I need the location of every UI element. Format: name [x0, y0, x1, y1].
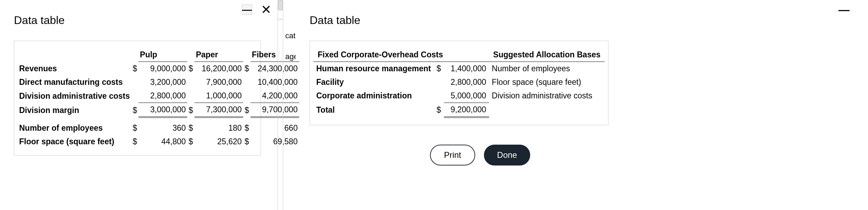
window-controls: — ✕: [242, 3, 271, 16]
scrollbar-thumb[interactable]: [278, 0, 283, 10]
cell-value: 2,800,000: [138, 89, 187, 103]
dialog-actions: Print Done: [372, 145, 588, 165]
row-label: Division margin: [18, 103, 131, 118]
currency-symbol: [131, 75, 138, 89]
table-row: Revenues$9,000,000$16,200,000$24,300,000: [18, 62, 299, 76]
left-table-card: Pulp Paper Fibers Revenues$9,000,000$16,…: [14, 41, 261, 156]
allocation-basis: Number of employees: [489, 62, 605, 76]
dialog-title: Data table: [310, 14, 838, 27]
col-header: Suggested Allocation Bases: [489, 48, 605, 62]
currency-symbol: $: [187, 103, 194, 118]
clipped-text: age: [285, 52, 296, 61]
table-row: Number of employees$360$180$660: [18, 121, 299, 135]
currency-symbol: [131, 89, 138, 103]
cell-value: 3,000,000: [138, 103, 187, 118]
currency-symbol: [243, 89, 250, 103]
currency-symbol: $: [131, 121, 138, 135]
dialog-title: Data table: [14, 14, 261, 27]
currency-symbol: $: [187, 135, 194, 148]
cell-value: 7,900,000: [194, 75, 243, 89]
currency-symbol: $: [243, 103, 250, 118]
currency-symbol: [434, 75, 444, 89]
col-header: Pulp: [138, 48, 187, 62]
table-header-row: Pulp Paper Fibers: [18, 48, 299, 62]
division-table: Pulp Paper Fibers Revenues$9,000,000$16,…: [18, 48, 299, 148]
cell-value: 16,200,000: [194, 62, 243, 76]
currency-symbol: $: [131, 103, 138, 118]
right-table-card: Fixed Corporate-Overhead Costs Suggested…: [310, 41, 608, 125]
overhead-table: Fixed Corporate-Overhead Costs Suggested…: [313, 48, 605, 118]
done-button[interactable]: Done: [484, 145, 530, 165]
cell-value: 44,800: [138, 135, 187, 148]
table-row: Direct manufacturing costs3,200,0007,900…: [18, 75, 299, 89]
table-row: Division administrative costs2,800,0001,…: [18, 89, 299, 103]
table-row: Total$9,200,000: [313, 103, 605, 118]
left-dialog: — ✕ Data table Pulp Paper Fibers Revenue…: [0, 0, 275, 210]
cell-value: 7,300,000: [194, 103, 243, 118]
allocation-basis: Division administrative costs: [489, 89, 605, 103]
currency-symbol: $: [187, 121, 194, 135]
allocation-basis: Floor space (square feet): [489, 75, 605, 89]
currency-symbol: $: [131, 135, 138, 148]
table-row: Floor space (square feet)$44,800$25,620$…: [18, 135, 299, 148]
cell-value: 1,000,000: [194, 89, 243, 103]
col-header: Paper: [194, 48, 243, 62]
currency-symbol: $: [131, 62, 138, 76]
row-label: Corporate administration: [313, 89, 434, 103]
row-label: Floor space (square feet): [18, 135, 131, 148]
currency-symbol: $: [434, 103, 444, 118]
table-row: Division margin$3,000,000$7,300,000$9,70…: [18, 103, 299, 118]
right-dialog: — Data table Fixed Corporate-Overhead Co…: [296, 0, 852, 210]
clipped-text: cat: [285, 31, 296, 40]
minimize-button[interactable]: —: [838, 3, 849, 16]
cell-value: 1,400,000: [444, 62, 489, 76]
row-label: Human resource management: [313, 62, 434, 76]
cell-value: 9,000,000: [138, 62, 187, 76]
close-icon[interactable]: ✕: [261, 3, 271, 16]
currency-symbol: $: [243, 121, 250, 135]
cell-value: 25,620: [194, 135, 243, 148]
drag-handle-icon[interactable]: • • •: [278, 17, 283, 21]
currency-symbol: $: [187, 62, 194, 76]
table-row: Facility2,800,000Floor space (square fee…: [313, 75, 605, 89]
pane-divider[interactable]: • • • cat age: [275, 0, 296, 210]
cell-value: 360: [138, 121, 187, 135]
currency-symbol: $: [434, 62, 444, 76]
table-row: Human resource management$1,400,000Numbe…: [313, 62, 605, 76]
minimize-button[interactable]: —: [242, 5, 252, 15]
cell-value: 5,000,000: [444, 89, 489, 103]
currency-symbol: [434, 89, 444, 103]
scrollbar-track[interactable]: [278, 0, 283, 210]
cell-value: 180: [194, 121, 243, 135]
cell-value: 3,200,000: [138, 75, 187, 89]
currency-symbol: [187, 75, 194, 89]
print-button[interactable]: Print: [430, 145, 475, 165]
col-header: Fixed Corporate-Overhead Costs: [313, 48, 489, 62]
cell-value: 9,200,000: [444, 103, 489, 118]
row-label: Direct manufacturing costs: [18, 75, 131, 89]
row-label: Revenues: [18, 62, 131, 76]
row-label: Division administrative costs: [18, 89, 131, 103]
currency-symbol: [187, 89, 194, 103]
table-header-row: Fixed Corporate-Overhead Costs Suggested…: [313, 48, 605, 62]
currency-symbol: $: [243, 62, 250, 76]
row-label: Number of employees: [18, 121, 131, 135]
row-label: Facility: [313, 75, 434, 89]
row-label: Total: [313, 103, 434, 118]
currency-symbol: $: [243, 135, 250, 148]
table-row: Corporate administration5,000,000Divisio…: [313, 89, 605, 103]
cell-value: 2,800,000: [444, 75, 489, 89]
allocation-basis: [489, 103, 605, 118]
currency-symbol: [243, 75, 250, 89]
